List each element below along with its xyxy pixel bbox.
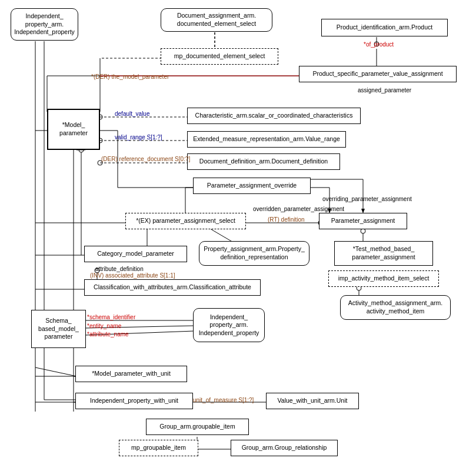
parameter-assignment-override-label: Parameter_assignment_override [207,182,297,190]
overriding-label: overriding_parameter_assignment [322,196,412,202]
test-method-label: *Test_method_based_parameter_assignment [352,245,415,261]
schema-identifier-label: *schema_identifier [87,314,135,320]
default-value-label: default_value [115,111,150,117]
attribute-definition-label: attribute_definition [95,266,144,272]
rt-definition-label: (RT) definition [268,216,305,223]
category-model-parameter-box: Category_model_parameter [84,246,187,262]
parameter-assignment-select-box: *(EX) parameter_assignment_select [125,213,246,229]
document-assignment-label: Document_assignment_arm.documented_eleme… [177,12,256,28]
characteristic-arm-label: Characteristic_arm.scalar_or_coordinated… [195,112,353,120]
group-relationship-label: Group_arm.Group_relationship [242,444,327,452]
extended-measure-label: Extended_measure_representation_arm.Valu… [193,135,340,143]
value-unit-label: Value_with_unit_arm.Unit [278,397,348,405]
imp-activity-box: imp_activity_method_item_select [328,270,439,287]
product-specific-box: Product_specific_parameter_value_assignm… [299,66,457,82]
parameter-assignment-box: Parameter_assignment [319,213,407,229]
reference-document-label: (DER) reference_document S[0:?] [101,156,190,162]
svg-point-33 [361,229,365,233]
model-parameter-box: *Model_parameter [47,109,100,150]
mp-documented-box: mp_documented_element_select [161,48,278,65]
assigned-parameter-label: assigned_parameter [358,87,411,93]
the-model-parameter-label: *(DER) the_model_parameter [91,73,169,80]
characteristic-arm-box: Characteristic_arm.scalar_or_coordinated… [187,108,361,124]
valid-range-label: valid_range S[1:?] [115,134,162,141]
mp-documented-label: mp_documented_element_select [174,52,265,61]
product-identification-box: Product_identification_arm.Product [321,19,448,36]
independent-property2-label: Independent_property_arm.Independent_pro… [199,313,259,337]
inv-associated-label: (INV) associated_attribute S[1:1] [90,272,175,279]
attribute-name-label: *attribute_name [87,331,129,337]
test-method-box: *Test_method_based_parameter_assignment [334,241,433,266]
classification-attr-box: Classification_with_attributes_arm.Class… [84,279,261,296]
document-definition-box: Document_definition_arm.Document_definit… [187,153,340,170]
of-product-label: *of_product [364,41,394,48]
product-identification-label: Product_identification_arm.Product [337,24,432,32]
group-groupable-label: Group_arm.groupable_item [159,423,235,431]
activity-method-box: Activity_method_assignment_arm.activity_… [340,295,451,320]
model-parameter-label: *Model_parameter [59,121,88,137]
category-model-parameter-label: Category_model_parameter [97,250,174,258]
imp-activity-label: imp_activity_method_item_select [338,275,430,283]
mp-groupable-label: mp_groupable_item [131,444,186,452]
parameter-assignment-select-label: *(EX) parameter_assignment_select [136,217,235,225]
group-relationship-box: Group_arm.Group_relationship [231,440,338,456]
document-assignment-box: Document_assignment_arm.documented_eleme… [161,8,272,32]
independent-property-unit-box: Independent_property_with_unit [75,393,193,409]
diagram: Independent_ property_arm. Independent_p… [0,0,476,458]
model-parameter-unit-label: *Model_parameter_with_unit [92,370,171,378]
classification-attr-label: Classification_with_attributes_arm.Class… [94,283,251,292]
independent-property-unit-label: Independent_property_with_unit [90,397,178,405]
svg-line-65 [35,367,76,376]
group-groupable-box: Group_arm.groupable_item [146,419,249,435]
mp-groupable-box: mp_groupable_item [119,440,198,456]
schema-based-box: Schema_based_model_parameter [31,310,86,348]
product-specific-label: Product_specific_parameter_value_assignm… [312,70,442,78]
independent-property-box: Independent_ property_arm. Independent_p… [11,8,78,41]
extended-measure-box: Extended_measure_representation_arm.Valu… [187,131,346,148]
property-assignment-label: Property_assignment_arm.Property_definit… [204,245,305,261]
parameter-assignment-override-box: Parameter_assignment_override [193,178,311,194]
independent-property-label: Independent_ property_arm. Independent_p… [14,12,75,36]
unit-of-measure-label: unit_of_measure S[1:?] [193,397,254,403]
value-unit-box: Value_with_unit_arm.Unit [266,393,359,409]
property-assignment-box: Property_assignment_arm.Property_definit… [199,241,309,266]
independent-property2-box: Independent_property_arm.Independent_pro… [193,308,265,342]
model-parameter-unit-box: *Model_parameter_with_unit [75,366,187,382]
activity-method-label: Activity_method_assignment_arm.activity_… [348,299,443,315]
document-definition-label: Document_definition_arm.Document_definit… [199,158,328,166]
schema-based-label: Schema_based_model_parameter [38,317,79,341]
entity-name-label: *entity_name [87,323,121,329]
overridden-label: overridden_parameter_assignment [253,206,344,212]
parameter-assignment-label: Parameter_assignment [331,217,395,225]
